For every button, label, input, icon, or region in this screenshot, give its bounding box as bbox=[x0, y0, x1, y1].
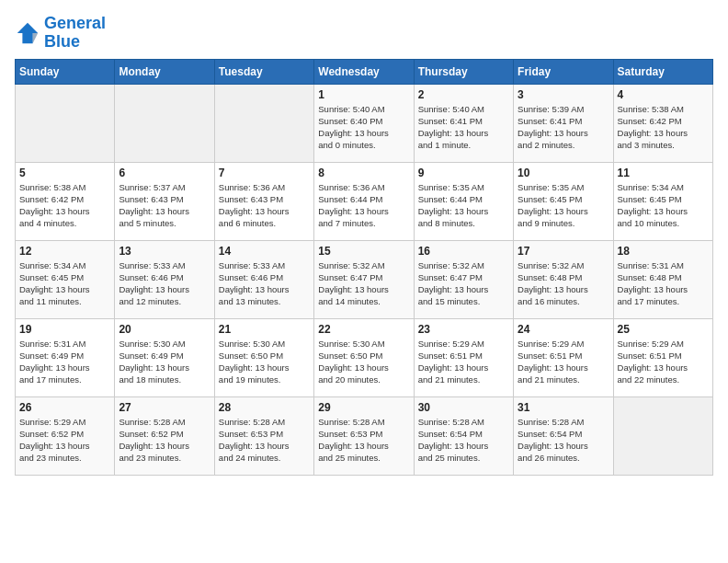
calendar-cell bbox=[16, 84, 115, 162]
day-info: Sunrise: 5:34 AMSunset: 6:45 PMDaylight:… bbox=[618, 181, 709, 230]
calendar-cell: 7Sunrise: 5:36 AMSunset: 6:43 PMDaylight… bbox=[214, 162, 313, 240]
calendar-cell: 10Sunrise: 5:35 AMSunset: 6:45 PMDayligh… bbox=[514, 162, 613, 240]
day-info: Sunrise: 5:30 AMSunset: 6:49 PMDaylight:… bbox=[119, 338, 210, 386]
calendar-cell: 27Sunrise: 5:28 AMSunset: 6:52 PMDayligh… bbox=[115, 396, 214, 475]
calendar-cell: 23Sunrise: 5:29 AMSunset: 6:51 PMDayligh… bbox=[414, 318, 513, 396]
day-info: Sunrise: 5:36 AMSunset: 6:43 PMDaylight:… bbox=[219, 181, 310, 230]
calendar-cell bbox=[214, 84, 313, 162]
day-number: 15 bbox=[318, 245, 409, 258]
day-number: 10 bbox=[518, 167, 609, 179]
header-saturday: Saturday bbox=[613, 59, 712, 84]
calendar-week-row: 1Sunrise: 5:40 AMSunset: 6:40 PMDaylight… bbox=[16, 84, 713, 162]
logo: General Blue bbox=[15, 15, 106, 52]
calendar-week-row: 19Sunrise: 5:31 AMSunset: 6:49 PMDayligh… bbox=[16, 318, 713, 396]
day-info: Sunrise: 5:36 AMSunset: 6:44 PMDaylight:… bbox=[318, 181, 409, 230]
calendar-week-row: 26Sunrise: 5:29 AMSunset: 6:52 PMDayligh… bbox=[16, 396, 713, 475]
day-info: Sunrise: 5:29 AMSunset: 6:52 PMDaylight:… bbox=[19, 416, 110, 465]
day-number: 23 bbox=[418, 323, 509, 336]
header-friday: Friday bbox=[514, 59, 613, 84]
calendar-cell bbox=[613, 396, 712, 475]
calendar-cell: 17Sunrise: 5:32 AMSunset: 6:48 PMDayligh… bbox=[514, 240, 613, 318]
header-monday: Monday bbox=[115, 59, 214, 84]
calendar-cell: 2Sunrise: 5:40 AMSunset: 6:41 PMDaylight… bbox=[414, 84, 513, 162]
day-info: Sunrise: 5:37 AMSunset: 6:43 PMDaylight:… bbox=[119, 181, 210, 230]
header-wednesday: Wednesday bbox=[314, 59, 414, 84]
day-info: Sunrise: 5:28 AMSunset: 6:54 PMDaylight:… bbox=[418, 416, 509, 465]
day-info: Sunrise: 5:32 AMSunset: 6:48 PMDaylight:… bbox=[518, 259, 609, 308]
day-info: Sunrise: 5:28 AMSunset: 6:52 PMDaylight:… bbox=[119, 416, 210, 465]
logo-icon bbox=[15, 20, 40, 46]
day-number: 13 bbox=[119, 245, 210, 258]
day-info: Sunrise: 5:32 AMSunset: 6:47 PMDaylight:… bbox=[318, 259, 409, 308]
day-number: 26 bbox=[19, 401, 110, 414]
day-number: 21 bbox=[219, 323, 310, 336]
day-info: Sunrise: 5:32 AMSunset: 6:47 PMDaylight:… bbox=[418, 259, 509, 308]
day-number: 28 bbox=[219, 401, 310, 414]
day-number: 12 bbox=[19, 245, 110, 258]
day-number: 24 bbox=[518, 323, 609, 336]
day-number: 9 bbox=[418, 167, 509, 179]
day-info: Sunrise: 5:33 AMSunset: 6:46 PMDaylight:… bbox=[119, 259, 210, 308]
calendar-cell: 5Sunrise: 5:38 AMSunset: 6:42 PMDaylight… bbox=[16, 162, 115, 240]
day-info: Sunrise: 5:34 AMSunset: 6:45 PMDaylight:… bbox=[19, 259, 110, 308]
calendar-cell: 11Sunrise: 5:34 AMSunset: 6:45 PMDayligh… bbox=[613, 162, 712, 240]
logo-text: General Blue bbox=[44, 15, 106, 52]
calendar-cell: 13Sunrise: 5:33 AMSunset: 6:46 PMDayligh… bbox=[115, 240, 214, 318]
day-number: 18 bbox=[618, 245, 709, 258]
calendar-cell: 15Sunrise: 5:32 AMSunset: 6:47 PMDayligh… bbox=[314, 240, 414, 318]
day-number: 16 bbox=[418, 245, 509, 258]
calendar-cell: 16Sunrise: 5:32 AMSunset: 6:47 PMDayligh… bbox=[414, 240, 513, 318]
calendar-cell: 20Sunrise: 5:30 AMSunset: 6:49 PMDayligh… bbox=[115, 318, 214, 396]
calendar-cell: 12Sunrise: 5:34 AMSunset: 6:45 PMDayligh… bbox=[16, 240, 115, 318]
day-number: 7 bbox=[219, 167, 310, 179]
day-number: 14 bbox=[219, 245, 310, 258]
day-number: 17 bbox=[518, 245, 609, 258]
day-info: Sunrise: 5:31 AMSunset: 6:49 PMDaylight:… bbox=[19, 338, 110, 386]
day-info: Sunrise: 5:40 AMSunset: 6:41 PMDaylight:… bbox=[418, 103, 509, 152]
day-info: Sunrise: 5:29 AMSunset: 6:51 PMDaylight:… bbox=[618, 338, 709, 386]
calendar-cell: 28Sunrise: 5:28 AMSunset: 6:53 PMDayligh… bbox=[214, 396, 313, 475]
calendar-cell: 30Sunrise: 5:28 AMSunset: 6:54 PMDayligh… bbox=[414, 396, 513, 475]
header: General Blue bbox=[15, 15, 713, 52]
day-number: 8 bbox=[318, 167, 409, 179]
calendar-cell: 6Sunrise: 5:37 AMSunset: 6:43 PMDaylight… bbox=[115, 162, 214, 240]
day-info: Sunrise: 5:39 AMSunset: 6:41 PMDaylight:… bbox=[518, 103, 609, 152]
day-number: 4 bbox=[618, 88, 709, 101]
day-info: Sunrise: 5:38 AMSunset: 6:42 PMDaylight:… bbox=[618, 103, 709, 152]
calendar-cell: 22Sunrise: 5:30 AMSunset: 6:50 PMDayligh… bbox=[314, 318, 414, 396]
day-info: Sunrise: 5:30 AMSunset: 6:50 PMDaylight:… bbox=[219, 338, 310, 386]
day-info: Sunrise: 5:28 AMSunset: 6:53 PMDaylight:… bbox=[219, 416, 310, 465]
day-number: 6 bbox=[119, 167, 210, 179]
day-info: Sunrise: 5:38 AMSunset: 6:42 PMDaylight:… bbox=[19, 181, 110, 230]
calendar-cell: 8Sunrise: 5:36 AMSunset: 6:44 PMDaylight… bbox=[314, 162, 414, 240]
calendar-cell: 3Sunrise: 5:39 AMSunset: 6:41 PMDaylight… bbox=[514, 84, 613, 162]
day-info: Sunrise: 5:31 AMSunset: 6:48 PMDaylight:… bbox=[618, 259, 709, 308]
calendar-cell: 9Sunrise: 5:35 AMSunset: 6:44 PMDaylight… bbox=[414, 162, 513, 240]
day-number: 30 bbox=[418, 401, 509, 414]
header-tuesday: Tuesday bbox=[214, 59, 313, 84]
day-info: Sunrise: 5:35 AMSunset: 6:45 PMDaylight:… bbox=[518, 181, 609, 230]
svg-marker-1 bbox=[33, 33, 39, 43]
day-number: 19 bbox=[19, 323, 110, 336]
day-number: 20 bbox=[119, 323, 210, 336]
calendar-cell: 1Sunrise: 5:40 AMSunset: 6:40 PMDaylight… bbox=[314, 84, 414, 162]
calendar-cell: 24Sunrise: 5:29 AMSunset: 6:51 PMDayligh… bbox=[514, 318, 613, 396]
day-number: 3 bbox=[518, 88, 609, 101]
calendar-cell: 14Sunrise: 5:33 AMSunset: 6:46 PMDayligh… bbox=[214, 240, 313, 318]
day-info: Sunrise: 5:40 AMSunset: 6:40 PMDaylight:… bbox=[318, 103, 409, 152]
day-number: 2 bbox=[418, 88, 509, 101]
calendar-cell: 31Sunrise: 5:28 AMSunset: 6:54 PMDayligh… bbox=[514, 396, 613, 475]
calendar-cell: 29Sunrise: 5:28 AMSunset: 6:53 PMDayligh… bbox=[314, 396, 414, 475]
calendar-cell: 26Sunrise: 5:29 AMSunset: 6:52 PMDayligh… bbox=[16, 396, 115, 475]
calendar-cell bbox=[115, 84, 214, 162]
day-number: 5 bbox=[19, 167, 110, 179]
calendar-cell: 18Sunrise: 5:31 AMSunset: 6:48 PMDayligh… bbox=[613, 240, 712, 318]
calendar-cell: 4Sunrise: 5:38 AMSunset: 6:42 PMDaylight… bbox=[613, 84, 712, 162]
day-number: 27 bbox=[119, 401, 210, 414]
day-info: Sunrise: 5:33 AMSunset: 6:46 PMDaylight:… bbox=[219, 259, 310, 308]
day-number: 25 bbox=[618, 323, 709, 336]
day-number: 11 bbox=[618, 167, 709, 179]
calendar-cell: 21Sunrise: 5:30 AMSunset: 6:50 PMDayligh… bbox=[214, 318, 313, 396]
day-info: Sunrise: 5:30 AMSunset: 6:50 PMDaylight:… bbox=[318, 338, 409, 386]
day-info: Sunrise: 5:29 AMSunset: 6:51 PMDaylight:… bbox=[418, 338, 509, 386]
